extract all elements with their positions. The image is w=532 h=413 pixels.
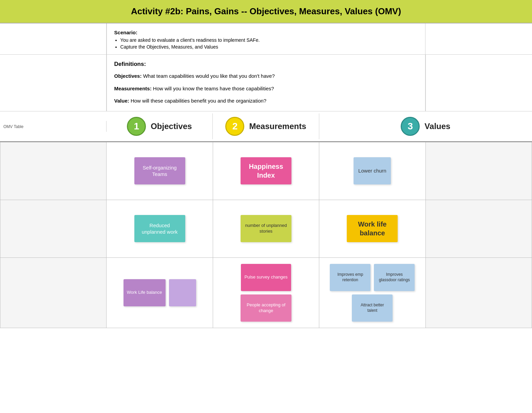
row2-objectives: Reduced unplanned work <box>107 200 213 258</box>
objectives-label: Objectives <box>151 122 192 131</box>
def-value-text: How will these capabilities benefit you … <box>129 98 266 104</box>
sticky-work-life-balance-obj: Work Life balance <box>124 279 166 306</box>
def-value: Value: How will these capabilities benef… <box>114 97 418 105</box>
row3-objectives: Work Life balance <box>107 258 213 328</box>
definitions-row: Definitions: Objectives: What team capab… <box>0 55 532 111</box>
row3-side-left <box>0 258 107 328</box>
side-col-left <box>0 23 107 54</box>
omv-header-row: OMV Table 1 Objectives 2 Measurements 3 … <box>0 111 532 142</box>
def-measurements-text: How will you know the teams have those c… <box>152 86 274 91</box>
sticky-number-unplanned: number of unplanned stories <box>241 215 291 242</box>
scenario-bullet-1: You are asked to evaluate a client's rea… <box>120 37 418 43</box>
def-measurements: Measurements: How will you know the team… <box>114 85 418 93</box>
sticky-improves-glassdoor: Improves glassdoor ratings <box>374 264 415 291</box>
row2-measurements: number of unplanned stories <box>213 200 319 258</box>
row1-measurements: Happiness Index <box>213 142 319 200</box>
def-objectives-label: Objectives: <box>114 73 142 79</box>
row3-measurements: Pulse survey changes People accepting of… <box>213 258 319 328</box>
sticky-happiness-index: Happiness Index <box>241 157 291 184</box>
sticky-lower-churn: Lower churn <box>354 157 391 184</box>
scenario-row: Scenario: You are asked to evaluate a cl… <box>0 23 532 55</box>
scenario-section: Scenario: You are asked to evaluate a cl… <box>107 23 426 54</box>
def-objectives-text: What team capabilities would you like th… <box>141 73 274 79</box>
sticky-reduced-unplanned: Reduced unplanned work <box>134 215 185 242</box>
row2-side-left <box>0 200 107 258</box>
measurements-label: Measurements <box>249 122 306 131</box>
scenario-bullets: You are asked to evaluate a client's rea… <box>120 37 418 50</box>
definitions-title: Definitions: <box>114 61 418 68</box>
sticky-attract-talent: Attract better talent <box>352 294 393 322</box>
row1-values: Lower churn <box>319 142 425 200</box>
row3-values: Improves emp retention Improves glassdoo… <box>319 258 425 328</box>
def-measurements-label: Measurements: <box>114 86 152 91</box>
values-number: 3 <box>401 117 420 136</box>
row3-side-right <box>426 258 532 328</box>
omv-table-body: Self-organizing Teams Happiness Index Lo… <box>0 142 532 328</box>
side-col-right <box>425 23 532 54</box>
sticky-pulse-survey: Pulse survey changes <box>241 264 291 291</box>
def-left-spacer <box>0 55 107 111</box>
scenario-label: Scenario: <box>114 30 418 35</box>
objectives-number: 1 <box>127 117 146 136</box>
sticky-work-life-balance: Work life balance <box>347 215 398 242</box>
sticky-self-organizing: Self-organizing Teams <box>134 157 185 184</box>
row1-side-left <box>0 142 107 200</box>
sticky-improves-emp-retention: Improves emp retention <box>330 264 370 291</box>
row2-values: Work life balance <box>319 200 425 258</box>
scenario-bullet-2: Capture the Objectives, Measures, and Va… <box>120 44 418 50</box>
col-header-measurements: 2 Measurements <box>213 113 319 139</box>
omv-table-label: OMV Table <box>0 121 107 132</box>
page-title: Activity #2b: Pains, Gains -- Objectives… <box>0 0 532 23</box>
sticky-blank-lavender <box>169 279 196 306</box>
def-value-label: Value: <box>114 98 129 104</box>
col-header-objectives: 1 Objectives <box>107 113 213 139</box>
def-objectives: Objectives: What team capabilities would… <box>114 72 418 80</box>
measurements-number: 2 <box>225 117 244 136</box>
row1-side-right <box>426 142 532 200</box>
row1-objectives: Self-organizing Teams <box>107 142 213 200</box>
sticky-people-accepting: People accepting of change <box>241 294 291 322</box>
values-label: Values <box>424 122 450 131</box>
row2-side-right <box>426 200 532 258</box>
definitions-section: Definitions: Objectives: What team capab… <box>107 55 426 111</box>
def-right-spacer <box>425 55 532 111</box>
col-header-values: 3 Values <box>319 113 532 139</box>
